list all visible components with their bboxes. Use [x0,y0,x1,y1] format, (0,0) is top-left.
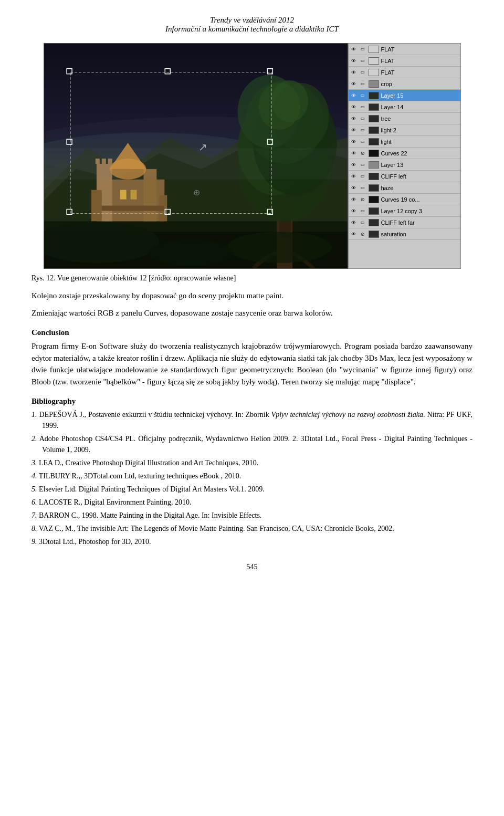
bibliography-item: 3. LEA D., Creative Photoshop Digital Il… [32,457,472,468]
layer-name-label: Curves 22 [380,150,459,156]
layer-name-label: CLIFF left [380,173,459,180]
layer-thumbnail [369,57,379,65]
svg-text:⊕: ⊕ [193,188,200,197]
layer-row[interactable]: 👁▭light 2 [349,124,460,136]
bibliography-item: 6. LACOSTE R., Digital Environment Paint… [32,497,472,508]
layer-eye-icon[interactable]: 👁 [350,138,358,146]
layer-type-icon: ▭ [358,68,368,77]
layer-name-label: haze [380,185,459,191]
bib-num: 5. [32,485,37,493]
layer-row[interactable]: 👁▭Layer 12 copy 3 [349,205,460,217]
layer-eye-icon[interactable]: 👁 [350,161,358,169]
svg-point-29 [271,80,308,122]
layer-name-label: crop [380,81,459,87]
paragraph-2: Zmieniając wartości RGB z panelu Curves,… [32,307,472,319]
layer-thumbnail [369,92,379,99]
layer-eye-icon[interactable]: 👁 [350,218,358,227]
layer-eye-icon[interactable]: 👁 [350,207,358,215]
layer-eye-icon[interactable]: 👁 [350,230,358,238]
layer-eye-icon[interactable]: 👁 [350,172,358,181]
layers-panel[interactable]: 👁▭FLAT👁▭FLAT👁▭FLAT👁▭crop👁▭Layer 15👁▭Laye… [348,43,461,269]
bibliography-item: 9. 3Dtotal Ltd., Photoshop for 3D, 2010. [32,536,472,547]
bib-italic: Vplyv technickej výchovy na rozvoj osobn… [271,411,423,419]
layer-type-icon: ▭ [358,57,368,65]
layer-name-label: saturation [380,231,459,237]
layer-eye-icon[interactable]: 👁 [350,126,358,134]
layer-eye-icon[interactable]: 👁 [350,57,358,65]
layer-type-icon: ▭ [358,172,368,181]
figure-caption: Rys. 12. Vue generowanie obiektów 12 [źr… [32,274,472,283]
layer-type-icon: ▭ [358,114,368,123]
layer-thumbnail [369,207,379,215]
layer-type-icon: ▭ [358,80,368,88]
layer-row[interactable]: 👁▭CLIFF left far [349,217,460,228]
bibliography-list: 1. DEPEŠOVÁ J., Postavenie exkurzií v št… [32,409,472,547]
layer-eye-icon[interactable]: 👁 [350,91,358,100]
bibliography-item: 1. DEPEŠOVÁ J., Postavenie exkurzií v št… [32,409,472,431]
layer-thumbnail [369,127,379,134]
layer-name-label: FLAT [380,69,459,76]
layer-eye-icon[interactable]: 👁 [350,45,358,54]
bibliography-item: 4. TILBURY R.,, 3DTotal.com Ltd, texturi… [32,470,472,482]
bibliography-item: 5. Elsevier Ltd. Digital Painting Techni… [32,484,472,495]
layer-row[interactable]: 👁▭light [349,136,460,148]
conclusion-heading: Conclusion [32,328,472,337]
layer-eye-icon[interactable]: 👁 [350,103,358,111]
bibliography-heading: Bibliography [32,397,472,406]
page-number: 545 [32,563,472,571]
layer-type-icon: ▭ [358,126,368,134]
svg-rect-16 [101,206,164,211]
layer-type-icon: ▭ [358,207,368,215]
layer-row[interactable]: 👁▭tree [349,113,460,124]
layer-row[interactable]: 👁▭haze [349,182,460,194]
bibliography-item: 8. VAZ C., M., The invisible Art: The Le… [32,523,472,534]
layer-row[interactable]: 👁▭FLAT [349,55,460,67]
layer-thumbnail [369,115,379,122]
paragraph-3: Program firmy E-on Software służy do two… [32,340,472,388]
layer-thumbnail [369,69,379,76]
layer-eye-icon[interactable]: 👁 [350,114,358,123]
bib-num: 9. [32,538,37,546]
layer-name-label: Layer 15 [380,92,459,99]
layer-row[interactable]: 👁▭Layer 14 [349,101,460,113]
bib-num: 8. [32,525,37,532]
layer-row[interactable]: 👁▭Layer 15 [349,90,460,101]
paragraph-1: Kolejno zostaje przeskalowany by dopasow… [32,290,472,302]
layer-type-icon: ▭ [358,218,368,227]
layer-type-icon: ▭ [358,138,368,146]
layer-thumbnail [369,184,379,192]
layer-eye-icon[interactable]: 👁 [350,80,358,88]
layer-eye-icon[interactable]: 👁 [350,195,358,204]
page-header: Trendy ve vzdělávání 2012 Informační a k… [32,16,472,34]
layer-type-icon: ▭ [358,103,368,111]
svg-rect-12 [120,190,126,200]
layer-row[interactable]: 👁▭Layer 13 [349,159,460,171]
layer-row[interactable]: 👁⊙Curves 19 co... [349,194,460,205]
layer-row[interactable]: 👁▭CLIFF left [349,171,460,182]
figure-caption-text: Rys. 12. Vue generowanie obiektów 12 [źr… [32,274,236,282]
layer-row[interactable]: 👁⊙saturation [349,228,460,240]
layer-thumbnail [369,196,379,203]
bib-num: 6. [32,498,37,506]
layer-eye-icon[interactable]: 👁 [350,184,358,192]
layer-name-label: Layer 14 [380,104,459,110]
layer-thumbnail [369,138,379,145]
bib-num: 2. [32,435,37,443]
photoshop-canvas: ↗ ⊕ [44,43,348,269]
layer-thumbnail [369,161,379,169]
layer-eye-icon[interactable]: 👁 [350,149,358,158]
bib-num: 4. [32,472,37,480]
layer-thumbnail [369,173,379,180]
layer-row[interactable]: 👁▭crop [349,78,460,90]
layer-name-label: FLAT [380,58,459,64]
svg-text:↗: ↗ [198,141,207,153]
bibliography-item: 2. Adobe Photoshop CS4/CS4 PL. Oficjalny… [32,433,472,455]
layer-name-label: FLAT [380,46,459,53]
layer-row[interactable]: 👁▭FLAT [349,67,460,78]
layer-thumbnail [369,103,379,111]
layer-row[interactable]: 👁▭FLAT [349,44,460,55]
bib-num: 1. [32,411,37,419]
layer-row[interactable]: 👁⊙Curves 22 [349,148,460,159]
layer-thumbnail [369,46,379,53]
layer-eye-icon[interactable]: 👁 [350,68,358,77]
